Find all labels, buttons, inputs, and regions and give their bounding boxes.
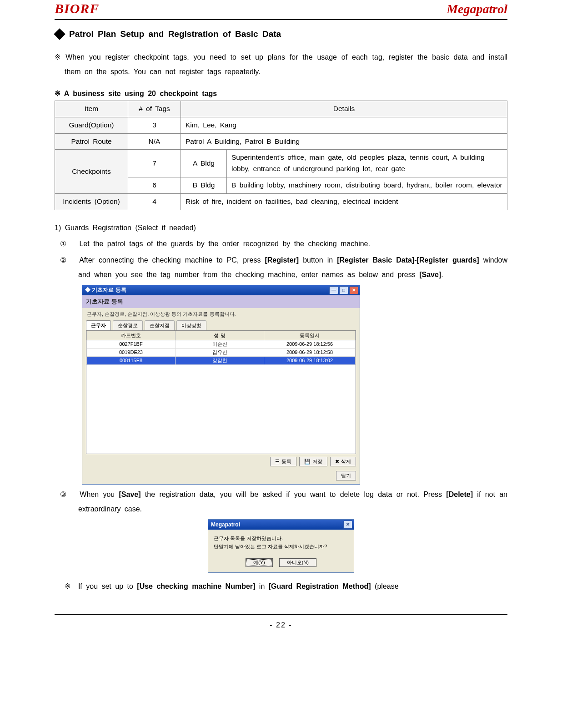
cell: 김유신: [176, 348, 264, 356]
window-subtitle: 기초자료 등록: [82, 295, 360, 308]
grid-row-selected[interactable]: 008115E8 강감찬 2009-06-29 18:13:02: [87, 356, 356, 364]
step-1: ① Let the patrol tags of the guards by t…: [55, 237, 507, 251]
cell-details: Risk of fire, incident on facilities, ba…: [181, 193, 507, 210]
section-title: Patrol Plan Setup and Registration of Ba…: [55, 29, 507, 39]
bold: [Register Basic Data]-[Register guards]: [337, 256, 479, 264]
brand-right: Megapatrol: [447, 2, 507, 16]
cell-item: Patrol Route: [55, 133, 128, 150]
example-heading: ※ A business site using 20 checkpoint ta…: [55, 89, 507, 98]
th-details: Details: [181, 101, 507, 117]
cell-details: B building lobby, machinery room, distri…: [227, 177, 507, 193]
cell-tags: 4: [128, 193, 181, 210]
delete-button[interactable]: ✖삭제: [330, 457, 356, 466]
cell-item: Guard(Option): [55, 117, 128, 133]
col-date: 등록일시: [264, 331, 356, 340]
table-row: Checkpoints 7 A Bldg Superintendent's of…: [55, 150, 507, 177]
no-button[interactable]: 아니오(N): [279, 558, 316, 567]
note-text: If you set up to: [78, 582, 137, 590]
bold: [Use checking machine Number]: [137, 582, 255, 590]
cell-sub: B Bldg: [181, 177, 227, 193]
cell: 2009-06-29 18:12:56: [264, 340, 356, 348]
close-button[interactable]: ✕: [349, 286, 358, 294]
dialog-title: Megapatrol: [211, 521, 240, 528]
bold: [Save]: [419, 271, 441, 278]
cell-sub: A Bldg: [181, 150, 227, 177]
guards-heading: 1) Guards Registration (Select if needed…: [55, 224, 507, 232]
bold: [Register]: [265, 256, 299, 264]
header-rule: [55, 19, 507, 20]
footnote: ※ If you set up to [Use checking machine…: [55, 579, 507, 594]
section-title-text: Patrol Plan Setup and Registration of Ba…: [69, 29, 281, 39]
bold: [Guard Registration Method]: [269, 582, 371, 590]
cell: 2009-06-29 18:12:58: [264, 348, 356, 356]
dialog-close-button[interactable]: ✕: [343, 521, 352, 529]
step-text: Let the patrol tags of the guards by the…: [79, 240, 370, 248]
cell-tags: 3: [128, 117, 181, 133]
dialog-line-2: 단말기에 남아있는 로그 자료를 삭제하시겠습니까?: [214, 542, 348, 551]
cell-item: Incidents (Option): [55, 193, 128, 210]
tab-routes[interactable]: 순찰경로: [113, 320, 143, 330]
step-text: button in: [299, 256, 337, 264]
register-window: ◆ 기초자료 등록 — □ ✕ 기초자료 등록 근무자, 순찰경로, 순찰지점,…: [82, 285, 360, 485]
note-mark: ※: [65, 582, 70, 590]
cell: 2009-06-29 18:13:02: [264, 356, 356, 364]
tab-points[interactable]: 순찰지점: [145, 320, 175, 330]
close-window-button[interactable]: 닫기: [336, 471, 356, 480]
grid-row[interactable]: 0027F1BF 이순신 2009-06-29 18:12:56: [87, 340, 356, 348]
cell: 강감찬: [176, 356, 264, 364]
cell: 008115E8: [87, 356, 176, 364]
step-text: the registration data, you will be asked…: [141, 490, 447, 498]
tags-table: Item # of Tags Details Guard(Option) 3 K…: [55, 101, 507, 210]
cell-tags: 7: [128, 150, 181, 177]
step-text: .: [441, 271, 443, 278]
list-icon: ☰: [275, 459, 280, 465]
minimize-button[interactable]: —: [329, 286, 338, 294]
table-row: Incidents (Option) 4 Risk of fire, incid…: [55, 193, 507, 210]
cell: 0027F1BF: [87, 340, 176, 348]
step-number: ①: [65, 237, 75, 251]
th-item: Item: [55, 101, 128, 117]
intro-paragraph: ※ When you register checkpoint tags, you…: [55, 50, 507, 79]
col-card: 카드번호: [87, 331, 176, 340]
tab-incidents[interactable]: 이상상황: [176, 320, 206, 330]
tab-bar: 근무자 순찰경로 순찰지점 이상상황: [82, 318, 360, 330]
save-button[interactable]: 💾저장: [299, 457, 327, 466]
th-tags: # of Tags: [128, 101, 181, 117]
cell-details: Patrol A Building, Patrol B Building: [181, 133, 507, 150]
table-row: Guard(Option) 3 Kim, Lee, Kang: [55, 117, 507, 133]
table-row: Patrol Route N/A Patrol A Building, Patr…: [55, 133, 507, 150]
disk-icon: 💾: [304, 459, 311, 465]
step-3: ③ When you [Save] the registration data,…: [55, 487, 507, 516]
cell-tags: 6: [128, 177, 181, 193]
tab-guards[interactable]: 근무자: [86, 320, 111, 330]
cell-details: Kim, Lee, Kang: [181, 117, 507, 133]
bold: [Delete]: [446, 490, 473, 498]
grid-area: 카드번호 성 명 등록일시 0027F1BF 이순신 2009-06-29 18…: [86, 330, 356, 454]
note-text: in: [255, 582, 268, 590]
brand-left: BIORF: [55, 1, 99, 16]
step-text: After connecting the checking machine to…: [79, 256, 265, 264]
dialog-titlebar: Megapatrol ✕: [208, 520, 354, 530]
bold: [Save]: [119, 490, 141, 498]
yes-button[interactable]: 예(Y): [246, 558, 273, 567]
window-title: ◆ 기초자료 등록: [85, 286, 126, 294]
col-name: 성 명: [176, 331, 264, 340]
step-number: ②: [65, 253, 75, 268]
page-number: - 22 -: [55, 621, 507, 629]
register-button[interactable]: ☰등록: [270, 457, 296, 466]
grid-row[interactable]: 0019DE23 김유신 2009-06-29 18:12:58: [87, 348, 356, 356]
maximize-button[interactable]: □: [339, 286, 348, 294]
step-text: When you: [80, 490, 119, 498]
window-description: 근무자, 순찰경로, 순찰지점, 이상상황 등의 기초자료를 등록합니다.: [82, 308, 360, 318]
step-2: ② After connecting the checking machine …: [55, 253, 507, 282]
window-titlebar: ◆ 기초자료 등록 — □ ✕: [82, 285, 360, 295]
cell: 이순신: [176, 340, 264, 348]
data-grid[interactable]: 카드번호 성 명 등록일시 0027F1BF 이순신 2009-06-29 18…: [86, 331, 356, 365]
dialog-line-1: 근무자 목록을 저장하였습니다.: [214, 534, 348, 543]
cell-item: Checkpoints: [55, 150, 128, 193]
cell-details: Superintendent's office, main gate, old …: [227, 150, 507, 177]
cell: 0019DE23: [87, 348, 176, 356]
cell-tags: N/A: [128, 133, 181, 150]
dialog-body: 근무자 목록을 저장하였습니다. 단말기에 남아있는 로그 자료를 삭제하시겠습…: [208, 530, 354, 556]
note-text: (please: [371, 582, 399, 590]
